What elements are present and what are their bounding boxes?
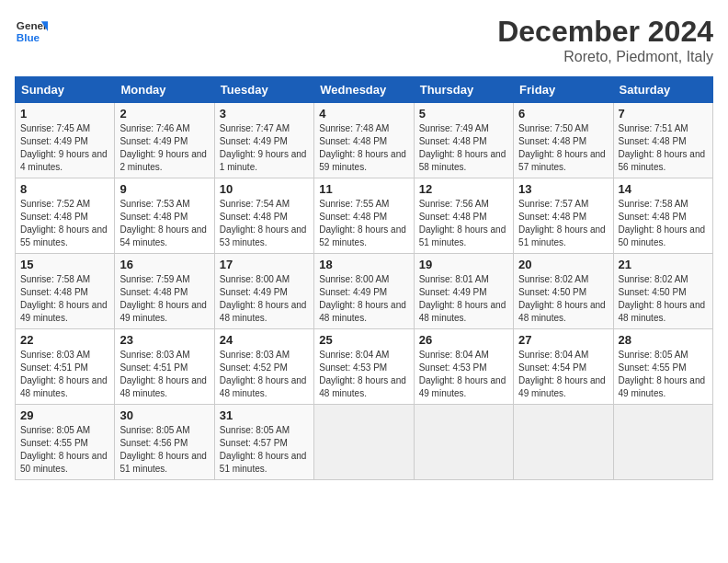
weekday-header-tuesday: Tuesday — [214, 77, 313, 103]
day-number: 26 — [419, 333, 508, 347]
weekday-header-wednesday: Wednesday — [314, 77, 414, 103]
logo: General Blue — [15, 15, 48, 48]
day-number: 25 — [319, 333, 408, 347]
day-info: Sunrise: 7:48 AMSunset: 4:48 PMDaylight:… — [319, 122, 408, 174]
day-number: 8 — [20, 182, 109, 196]
day-info: Sunrise: 7:55 AMSunset: 4:48 PMDaylight:… — [319, 198, 408, 249]
day-info: Sunrise: 8:04 AMSunset: 4:54 PMDaylight:… — [518, 349, 608, 400]
day-info: Sunrise: 8:04 AMSunset: 4:53 PMDaylight:… — [319, 349, 408, 400]
day-number: 20 — [518, 258, 608, 271]
weekday-header-saturday: Saturday — [613, 77, 712, 103]
day-info: Sunrise: 7:49 AMSunset: 4:48 PMDaylight:… — [419, 122, 508, 174]
day-info: Sunrise: 8:05 AMSunset: 4:56 PMDaylight:… — [119, 424, 209, 476]
day-info: Sunrise: 8:00 AMSunset: 4:49 PMDaylight:… — [319, 273, 408, 325]
day-number: 10 — [220, 182, 309, 196]
day-info: Sunrise: 7:52 AMSunset: 4:48 PMDaylight:… — [20, 198, 109, 249]
calendar-cell: 18Sunrise: 8:00 AMSunset: 4:49 PMDayligh… — [314, 254, 414, 329]
weekday-header-friday: Friday — [514, 77, 613, 103]
calendar-cell — [514, 405, 613, 480]
day-number: 30 — [119, 408, 209, 422]
calendar-cell: 15Sunrise: 7:58 AMSunset: 4:48 PMDayligh… — [16, 254, 115, 329]
calendar-cell: 11Sunrise: 7:55 AMSunset: 4:48 PMDayligh… — [314, 178, 414, 254]
calendar-cell: 9Sunrise: 7:53 AMSunset: 4:48 PMDaylight… — [115, 178, 214, 254]
calendar-cell: 30Sunrise: 8:05 AMSunset: 4:56 PMDayligh… — [115, 405, 214, 480]
calendar-cell: 7Sunrise: 7:51 AMSunset: 4:48 PMDaylight… — [613, 103, 712, 178]
calendar-week-1: 1Sunrise: 7:45 AMSunset: 4:49 PMDaylight… — [16, 103, 713, 178]
calendar-cell: 1Sunrise: 7:45 AMSunset: 4:49 PMDaylight… — [16, 103, 115, 178]
day-info: Sunrise: 7:53 AMSunset: 4:48 PMDaylight:… — [119, 198, 209, 249]
day-number: 18 — [319, 258, 408, 271]
calendar-week-3: 15Sunrise: 7:58 AMSunset: 4:48 PMDayligh… — [16, 254, 713, 329]
calendar-cell — [613, 405, 712, 480]
calendar-cell: 26Sunrise: 8:04 AMSunset: 4:53 PMDayligh… — [414, 329, 513, 405]
calendar-cell — [314, 405, 414, 480]
calendar-cell: 3Sunrise: 7:47 AMSunset: 4:49 PMDaylight… — [214, 103, 313, 178]
day-info: Sunrise: 7:57 AMSunset: 4:48 PMDaylight:… — [518, 198, 608, 249]
day-number: 22 — [20, 333, 109, 347]
day-number: 1 — [20, 107, 109, 121]
day-info: Sunrise: 7:47 AMSunset: 4:49 PMDaylight:… — [220, 122, 309, 174]
calendar-cell: 29Sunrise: 8:05 AMSunset: 4:55 PMDayligh… — [16, 405, 115, 480]
day-info: Sunrise: 8:04 AMSunset: 4:53 PMDaylight:… — [419, 349, 508, 400]
calendar-cell: 16Sunrise: 7:59 AMSunset: 4:48 PMDayligh… — [115, 254, 214, 329]
weekday-header-thursday: Thursday — [414, 77, 513, 103]
day-number: 13 — [518, 182, 608, 196]
day-number: 12 — [419, 182, 508, 196]
logo-icon: General Blue — [15, 15, 48, 48]
calendar-cell: 19Sunrise: 8:01 AMSunset: 4:49 PMDayligh… — [414, 254, 513, 329]
calendar-cell: 6Sunrise: 7:50 AMSunset: 4:48 PMDaylight… — [514, 103, 613, 178]
page-header: General Blue December 2024 Roreto, Piedm… — [15, 15, 713, 65]
day-number: 15 — [20, 258, 109, 271]
calendar-cell: 25Sunrise: 8:04 AMSunset: 4:53 PMDayligh… — [314, 329, 414, 405]
calendar-cell: 13Sunrise: 7:57 AMSunset: 4:48 PMDayligh… — [514, 178, 613, 254]
day-number: 5 — [419, 107, 508, 121]
calendar-cell: 21Sunrise: 8:02 AMSunset: 4:50 PMDayligh… — [613, 254, 712, 329]
day-number: 28 — [619, 333, 708, 347]
day-info: Sunrise: 8:00 AMSunset: 4:49 PMDaylight:… — [220, 273, 309, 325]
location-title: Roreto, Piedmont, Italy — [497, 49, 713, 65]
day-number: 27 — [518, 333, 608, 347]
calendar-cell: 17Sunrise: 8:00 AMSunset: 4:49 PMDayligh… — [214, 254, 313, 329]
calendar-cell: 31Sunrise: 8:05 AMSunset: 4:57 PMDayligh… — [214, 405, 313, 480]
day-number: 7 — [619, 107, 708, 121]
calendar-cell: 14Sunrise: 7:58 AMSunset: 4:48 PMDayligh… — [613, 178, 712, 254]
day-number: 21 — [619, 258, 708, 271]
day-number: 19 — [419, 258, 508, 271]
day-number: 16 — [119, 258, 209, 271]
day-info: Sunrise: 7:58 AMSunset: 4:48 PMDaylight:… — [619, 198, 708, 249]
calendar-week-5: 29Sunrise: 8:05 AMSunset: 4:55 PMDayligh… — [16, 405, 713, 480]
day-info: Sunrise: 7:45 AMSunset: 4:49 PMDaylight:… — [20, 122, 109, 174]
day-info: Sunrise: 8:02 AMSunset: 4:50 PMDaylight:… — [619, 273, 708, 325]
day-number: 4 — [319, 107, 408, 121]
calendar-week-4: 22Sunrise: 8:03 AMSunset: 4:51 PMDayligh… — [16, 329, 713, 405]
day-info: Sunrise: 7:56 AMSunset: 4:48 PMDaylight:… — [419, 198, 508, 249]
calendar-cell: 27Sunrise: 8:04 AMSunset: 4:54 PMDayligh… — [514, 329, 613, 405]
day-number: 29 — [20, 408, 109, 422]
day-number: 2 — [119, 107, 209, 121]
day-number: 17 — [220, 258, 309, 271]
day-number: 6 — [518, 107, 608, 121]
day-info: Sunrise: 8:05 AMSunset: 4:57 PMDaylight:… — [220, 424, 309, 476]
weekday-header-monday: Monday — [115, 77, 214, 103]
day-number: 3 — [220, 107, 309, 121]
day-info: Sunrise: 8:03 AMSunset: 4:51 PMDaylight:… — [119, 349, 209, 400]
calendar-cell: 28Sunrise: 8:05 AMSunset: 4:55 PMDayligh… — [613, 329, 712, 405]
day-info: Sunrise: 7:54 AMSunset: 4:48 PMDaylight:… — [220, 198, 309, 249]
day-number: 23 — [119, 333, 209, 347]
calendar-cell: 5Sunrise: 7:49 AMSunset: 4:48 PMDaylight… — [414, 103, 513, 178]
calendar-cell: 2Sunrise: 7:46 AMSunset: 4:49 PMDaylight… — [115, 103, 214, 178]
calendar-cell: 23Sunrise: 8:03 AMSunset: 4:51 PMDayligh… — [115, 329, 214, 405]
title-area: December 2024 Roreto, Piedmont, Italy — [497, 15, 713, 65]
day-number: 31 — [220, 408, 309, 422]
day-number: 9 — [119, 182, 209, 196]
calendar-week-2: 8Sunrise: 7:52 AMSunset: 4:48 PMDaylight… — [16, 178, 713, 254]
calendar-cell: 8Sunrise: 7:52 AMSunset: 4:48 PMDaylight… — [16, 178, 115, 254]
calendar-cell: 4Sunrise: 7:48 AMSunset: 4:48 PMDaylight… — [314, 103, 414, 178]
month-title: December 2024 — [497, 15, 713, 49]
day-info: Sunrise: 7:51 AMSunset: 4:48 PMDaylight:… — [619, 122, 708, 174]
day-info: Sunrise: 8:02 AMSunset: 4:50 PMDaylight:… — [518, 273, 608, 325]
calendar-cell: 12Sunrise: 7:56 AMSunset: 4:48 PMDayligh… — [414, 178, 513, 254]
day-info: Sunrise: 8:05 AMSunset: 4:55 PMDaylight:… — [619, 349, 708, 400]
svg-text:General: General — [17, 19, 48, 31]
day-number: 11 — [319, 182, 408, 196]
